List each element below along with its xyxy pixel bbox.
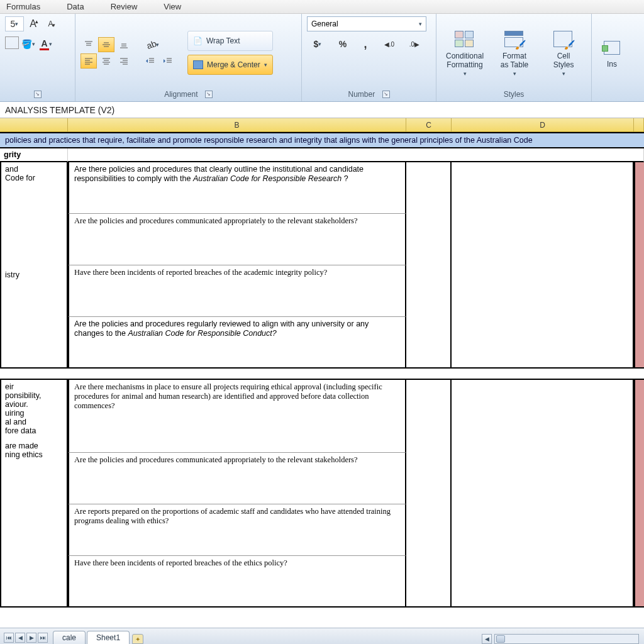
block2-colC[interactable]: [406, 380, 452, 608]
menu-review[interactable]: Review: [107, 1, 142, 13]
block1-colE[interactable]: [634, 162, 644, 369]
increase-decimal-button[interactable]: ◀.0: [380, 36, 399, 52]
block2-q2[interactable]: Are the policies and procedures communic…: [68, 453, 406, 504]
alignment-group-label: Alignment: [164, 90, 197, 99]
comma-button[interactable]: ,: [357, 36, 374, 52]
align-middle-button[interactable]: [98, 37, 114, 52]
font-dialog-launcher[interactable]: ↘: [34, 91, 42, 98]
block2-q3[interactable]: Are reports prepared on the proportions …: [68, 504, 406, 556]
hscroll-track[interactable]: [494, 634, 639, 644]
menubar: Formulas Data Review View: [0, 0, 644, 14]
align-left-button[interactable]: [80, 53, 97, 69]
block2: eir ponsibility, aviour. uiring al and f…: [0, 380, 644, 608]
font-color-button[interactable]: A▾: [38, 36, 54, 52]
tab-next-button[interactable]: ▶: [26, 633, 36, 643]
new-sheet-button[interactable]: ✦: [132, 634, 143, 644]
section-gap: [0, 369, 644, 380]
sheet-tab-sheet1[interactable]: Sheet1: [87, 631, 130, 644]
sheet-tab-cale[interactable]: cale: [53, 631, 86, 644]
tab-last-button[interactable]: ⏭: [38, 633, 48, 643]
group-number: General▾ $ ▾ % , ◀.0 .0▶ Number ↘: [302, 14, 436, 101]
svg-marker-28: [164, 59, 165, 63]
cell-styles-button[interactable]: 🖌️ Cell Styles▾: [541, 26, 586, 80]
col-header-a[interactable]: [0, 118, 68, 131]
wrap-text-button[interactable]: 📄 Wrap Text: [187, 31, 273, 51]
banner-row[interactable]: policies and practices that require, fac…: [0, 132, 644, 148]
styles-group-label: Styles: [504, 90, 525, 99]
tab-prev-button[interactable]: ◀: [15, 633, 25, 643]
font-size-dropdown[interactable]: 5 ▾: [5, 16, 24, 31]
format-as-table-button[interactable]: 🖌️ Format as Table▾: [492, 26, 537, 80]
col-header-e[interactable]: [634, 118, 644, 131]
section-header-row[interactable]: grity: [0, 148, 644, 162]
menu-formulas[interactable]: Formulas: [3, 1, 44, 13]
decrease-font-button[interactable]: A▾: [43, 16, 59, 31]
col-header-b[interactable]: B: [68, 118, 406, 131]
fill-color-button[interactable]: 🪣▾: [20, 36, 36, 52]
conditional-formatting-button[interactable]: Conditional Formatting▾: [441, 26, 488, 80]
formula-text: ANALYSIS TEMPLATE (V2): [0, 105, 114, 115]
insert-button[interactable]: Ins: [597, 34, 627, 72]
group-font: 5 ▾ A▴ A▾ 🪣▾ A▾ ↘: [0, 14, 75, 101]
number-dialog-launcher[interactable]: ↘: [382, 91, 390, 98]
section-header: grity: [0, 148, 68, 162]
bucket-icon: 🪣: [21, 39, 32, 49]
insert-icon: [601, 37, 623, 58]
currency-button[interactable]: $ ▾: [307, 36, 328, 52]
number-format-select[interactable]: General▾: [307, 16, 426, 31]
merge-center-button[interactable]: Merge & Center ▾: [187, 55, 273, 75]
orientation-button[interactable]: ab▾: [142, 37, 164, 52]
formula-bar[interactable]: ANALYSIS TEMPLATE (V2): [0, 102, 644, 118]
block2-colE[interactable]: [634, 380, 644, 608]
group-styles: Conditional Formatting▾ 🖌️ Format as Tab…: [436, 14, 592, 101]
increase-font-button[interactable]: A▴: [25, 16, 42, 31]
decrease-indent-button[interactable]: [142, 53, 158, 69]
hscroll-thumb[interactable]: [496, 635, 505, 643]
block1: and Code for istry Are there policies an…: [0, 162, 644, 369]
cell-styles-icon: 🖌️: [553, 31, 574, 48]
block2-colD[interactable]: [452, 380, 634, 608]
ribbon: 5 ▾ A▴ A▾ 🪣▾ A▾ ↘: [0, 14, 644, 102]
alignment-dialog-launcher[interactable]: ↘: [205, 91, 213, 98]
increase-indent-button[interactable]: [160, 53, 176, 69]
sheet-tabs: ⏮ ◀ ▶ ⏭ cale Sheet1 ✦ ◀: [0, 628, 644, 644]
column-headers: B C D: [0, 118, 644, 132]
merge-icon: [193, 60, 203, 69]
block1-colA[interactable]: and Code for istry: [0, 162, 68, 369]
block1-q4[interactable]: Are the policies and procedures regularl…: [68, 317, 406, 369]
conditional-formatting-icon: [455, 31, 475, 48]
svg-marker-24: [146, 59, 148, 63]
group-cells: Ins: [592, 14, 632, 101]
block2-q1[interactable]: Are there mechanisms in place to ensure …: [68, 380, 406, 453]
col-header-c[interactable]: C: [406, 118, 452, 131]
border-button[interactable]: [5, 36, 19, 49]
align-bottom-button[interactable]: [116, 37, 132, 52]
block1-q2[interactable]: Are the policies and procedures communic…: [68, 214, 406, 265]
block1-q3[interactable]: Have there been incidents of reported br…: [68, 265, 406, 317]
align-top-button[interactable]: [80, 37, 97, 52]
hscroll-left-button[interactable]: ◀: [482, 634, 492, 644]
group-alignment: ab▾ 📄 Wrap Text Merge & Center ▾: [75, 14, 302, 101]
wrap-text-icon: 📄: [193, 36, 203, 45]
block1-colD[interactable]: [452, 162, 634, 369]
block1-colC[interactable]: [406, 162, 452, 369]
col-header-d[interactable]: D: [452, 118, 634, 131]
block2-colA[interactable]: eir ponsibility, aviour. uiring al and f…: [0, 380, 68, 608]
block2-q4[interactable]: Have there been incidents of reported br…: [68, 556, 406, 608]
format-as-table-icon: 🖌️: [504, 31, 525, 48]
number-group-label: Number: [348, 90, 375, 99]
percent-button[interactable]: %: [335, 36, 351, 52]
menu-view[interactable]: View: [160, 1, 185, 13]
tab-first-button[interactable]: ⏮: [4, 633, 14, 643]
decrease-decimal-button[interactable]: .0▶: [405, 36, 424, 52]
menu-data[interactable]: Data: [63, 1, 87, 13]
align-right-button[interactable]: [116, 53, 132, 69]
block1-q1[interactable]: Are there policies and procedures that c…: [68, 162, 406, 214]
align-center-button[interactable]: [98, 53, 114, 69]
